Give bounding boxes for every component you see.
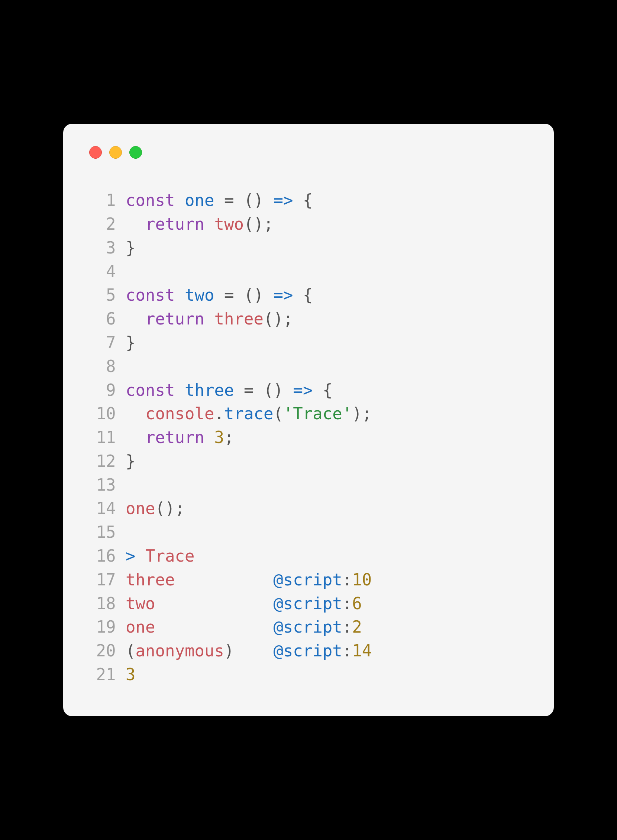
token-plain (254, 381, 264, 400)
token-plain (234, 381, 244, 400)
token-at: @script (273, 594, 342, 613)
code-line-content (125, 354, 528, 378)
token-colon: : (342, 594, 352, 613)
code-line-content (125, 260, 528, 283)
token-num: 14 (352, 641, 372, 660)
token-plain (204, 428, 214, 447)
token-plain (125, 404, 145, 423)
token-kw: const (125, 191, 175, 210)
token-plain (175, 191, 185, 210)
token-plain (234, 285, 244, 304)
minimize-icon[interactable] (109, 146, 122, 159)
code-line-content: return 3; (125, 425, 528, 449)
code-line-content: return two(); (125, 212, 528, 236)
code-window: 1const one = () => {2 return two();3}4 5… (63, 124, 554, 716)
token-punc: ( (244, 191, 254, 210)
line-number: 1 (89, 189, 116, 212)
token-punc: ; (264, 214, 273, 233)
code-line: 6 return three(); (89, 307, 528, 331)
line-number: 20 (89, 639, 116, 663)
token-plain (293, 285, 303, 304)
line-number: 8 (89, 354, 116, 378)
code-line: 19one @script:2 (89, 615, 528, 639)
line-number: 7 (89, 331, 116, 354)
token-colon: : (342, 641, 352, 660)
code-line-content: } (125, 449, 528, 473)
line-number: 2 (89, 212, 116, 236)
token-name: one (125, 499, 155, 518)
code-line: 10 console.trace('Trace'); (89, 402, 528, 425)
token-punc: { (323, 381, 333, 400)
line-number: 5 (89, 283, 116, 307)
code-line-content: > Trace (125, 544, 528, 568)
token-punc: { (303, 285, 313, 304)
token-name: one (125, 617, 155, 636)
token-punc: } (125, 238, 136, 257)
token-plain (234, 191, 244, 210)
token-name: Trace (145, 546, 194, 565)
line-number: 11 (89, 425, 116, 449)
zoom-icon[interactable] (129, 146, 142, 159)
token-anon: anonymous (136, 641, 224, 660)
line-number: 17 (89, 568, 116, 592)
token-colon: : (342, 617, 352, 636)
token-at: @script (273, 641, 342, 660)
token-plain (313, 381, 323, 400)
token-name: console (145, 404, 214, 423)
token-plain (264, 191, 273, 210)
line-number: 15 (89, 520, 116, 544)
token-plain (283, 381, 293, 400)
token-punc: ; (224, 428, 234, 447)
line-number: 18 (89, 592, 116, 616)
token-punc: = (224, 191, 234, 210)
token-op: => (273, 285, 293, 304)
token-punc: ; (362, 404, 372, 423)
code-line-content: } (125, 331, 528, 354)
code-line: 13 (89, 473, 528, 497)
token-plain (264, 285, 273, 304)
code-line: 18two @script:6 (89, 592, 528, 616)
line-number: 10 (89, 402, 116, 425)
code-line: 20(anonymous) @script:14 (89, 639, 528, 663)
code-line-content: 3 (125, 663, 528, 686)
token-plain (125, 428, 145, 447)
code-line: 5const two = () => { (89, 283, 528, 307)
token-fn: one (185, 191, 214, 210)
code-line-content: const two = () => { (125, 283, 528, 307)
token-at: @script (273, 617, 342, 636)
token-plain (125, 214, 145, 233)
token-punc: ( (264, 381, 273, 400)
line-number: 9 (89, 378, 116, 402)
token-gt: > (125, 546, 136, 565)
token-punc: ) (254, 214, 264, 233)
token-plain (204, 309, 214, 328)
code-line: 15 (89, 520, 528, 544)
token-num: 2 (352, 617, 362, 636)
token-num: 3 (125, 665, 136, 684)
token-str: 'Trace' (283, 404, 352, 423)
token-punc: ; (283, 309, 293, 328)
code-line: 12} (89, 449, 528, 473)
line-number: 21 (89, 663, 116, 686)
close-icon[interactable] (89, 146, 102, 159)
token-punc: = (224, 285, 234, 304)
token-op: => (273, 191, 293, 210)
code-line: 17three @script:10 (89, 568, 528, 592)
token-kw: return (145, 309, 204, 328)
code-line-content (125, 520, 528, 544)
token-plain (155, 617, 273, 636)
window-titlebar (89, 146, 528, 159)
code-line-content: three @script:10 (125, 568, 528, 592)
code-line: 9const three = () => { (89, 378, 528, 402)
token-punc: ( (125, 641, 136, 660)
line-number: 12 (89, 449, 116, 473)
token-punc: ( (244, 214, 254, 233)
line-number: 14 (89, 496, 116, 520)
token-kw: return (145, 214, 204, 233)
token-plain (155, 594, 273, 613)
code-line-content: console.trace('Trace'); (125, 402, 528, 425)
code-line-content: return three(); (125, 307, 528, 331)
token-punc: ; (175, 499, 185, 518)
token-plain (175, 381, 185, 400)
token-at: @script (273, 570, 342, 589)
